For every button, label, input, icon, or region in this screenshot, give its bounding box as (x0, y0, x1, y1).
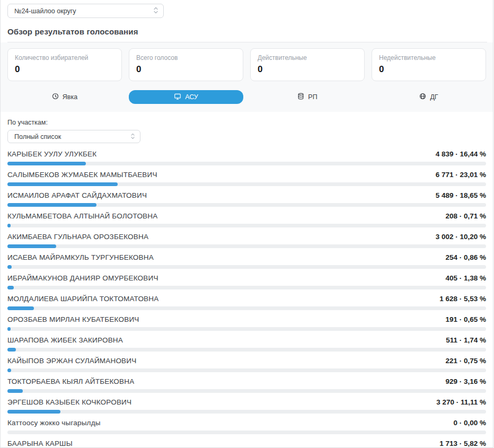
candidate-votes-percent: 1 628 · 5,53 % (439, 295, 486, 303)
precinct-select[interactable]: Полный список (7, 130, 140, 143)
tab-asu[interactable]: АСУ (129, 90, 243, 104)
precinct-filter: По участкам: Полный список (1, 112, 493, 143)
select-chevrons-icon (131, 132, 135, 142)
stat-value: 0 (15, 64, 114, 75)
candidate-row-line: КАРЫБЕК УУЛУ УЛУКБЕК 4 839 · 16,44 % (7, 150, 486, 159)
result-bar-track (7, 431, 486, 434)
result-bar-track (7, 162, 486, 165)
result-bar-fill (7, 203, 96, 207)
candidate-votes-percent: 254 · 0,86 % (445, 253, 486, 261)
result-bar-fill (7, 306, 34, 310)
candidate-row: ТОКТОРБАЕВА КЫЯЛ АЙТБЕКОВНА 929 · 3,16 % (7, 372, 486, 393)
candidate-row: ИСМАИЛОВ АРАФАТ САЙДАХМАТОВИЧ 5 489 · 18… (7, 186, 486, 207)
result-bar-fill (7, 162, 86, 165)
district-select-wrap: №24-шайлоо округу (1, 0, 493, 18)
candidate-row-line: Каттоосу жокко чыгарылды 0 · 0,00 % (7, 419, 486, 427)
candidate-votes-percent: 0 · 0,00 % (453, 419, 486, 427)
candidate-row: Каттоосу жокко чыгарылды 0 · 0,00 % (7, 414, 486, 434)
tab-label: РП (308, 93, 317, 101)
candidate-name: ТОКТОРБАЕВА КЫЯЛ АЙТБЕКОВНА (7, 377, 134, 385)
candidate-name: ИБРАЙМАКУНОВ ДАНИЯР ОМУРБЕКОВИЧ (7, 274, 158, 282)
result-bar-fill (7, 224, 11, 227)
stat-label: Действительные (258, 54, 357, 62)
candidate-votes-percent: 929 · 3,16 % (445, 377, 486, 385)
candidate-row: ОРОЗБАЕВ МИРЛАН КУБАТБЕКОВИЧ 191 · 0,65 … (7, 310, 486, 331)
candidate-row: САЛЫМБЕКОВ ЖУМАБЕК МАМЫТБАЕВИЧ 6 771 · 2… (7, 165, 486, 186)
candidate-votes-percent: 4 839 · 16,44 % (436, 150, 486, 158)
globe-icon (419, 93, 426, 101)
stat-value: 0 (379, 64, 479, 75)
stats-band: Количество избирателей 0 Всего голосов 0… (1, 42, 493, 112)
result-bar-track (7, 410, 486, 414)
candidate-votes-percent: 221 · 0,75 % (445, 357, 486, 365)
stat-label: Всего голосов (136, 54, 236, 62)
candidate-row-line: АКИМБАЕВА ГУЛЬНАРА ОРОЗБЕКОВНА 3 002 · 1… (7, 233, 486, 241)
candidate-name: ЭРГЕШОВ КАЗЫБЕК КОЧКОРОВИЧ (7, 398, 131, 406)
tab-label: Явка (63, 93, 77, 101)
candidate-row: БААРЫНА КАРШЫ 1 713 · 5,82 % (7, 434, 486, 448)
result-bar-track (7, 348, 486, 352)
candidate-row-line: КАЙЫПОВ ЭРЖАН СУЛАЙМАНОВИЧ 221 · 0,75 % (7, 357, 486, 365)
result-bar-fill (7, 182, 118, 186)
precinct-select-value: Полный список (14, 133, 61, 140)
candidate-row-line: КУЛЬМАМБЕТОВА АЛТЫНАЙ БОЛОТОВНА 208 · 0,… (7, 212, 486, 221)
result-bar-fill (7, 244, 56, 248)
candidate-name: ОРОЗБАЕВ МИРЛАН КУБАТБЕКОВИЧ (7, 315, 139, 323)
candidate-row-line: ЭРГЕШОВ КАЗЫБЕК КОЧКОРОВИЧ 3 270 · 11,11… (7, 398, 486, 407)
candidate-name: КАЙЫПОВ ЭРЖАН СУЛАЙМАНОВИЧ (7, 357, 136, 365)
candidate-name: Каттоосу жокко чыгарылды (7, 419, 101, 427)
candidate-row: ШАРАПОВА ЖИБЕК ЗАКИРОВНА 511 · 1,74 % (7, 331, 486, 352)
candidate-row-line: ИСАЕВА МАЙРАМКУЛЬ ТУРГУНБЕКОВНА 254 · 0,… (7, 253, 486, 262)
candidate-votes-percent: 3 002 · 10,20 % (436, 233, 486, 241)
candidate-row: КУЛЬМАМБЕТОВА АЛТЫНАЙ БОЛОТОВНА 208 · 0,… (7, 207, 486, 227)
candidate-name: МОЛДАЛИЕВА ШАРИЙПА ТОКТОМАТОВНА (7, 295, 158, 303)
result-bar-track (7, 368, 486, 372)
candidate-name: КАРЫБЕК УУЛУ УЛУКБЕК (7, 150, 96, 158)
candidate-row: ИСАЕВА МАЙРАМКУЛЬ ТУРГУНБЕКОВНА 254 · 0,… (7, 248, 486, 269)
result-bar-fill (7, 327, 11, 331)
tab-yavka[interactable]: Явка (7, 90, 122, 104)
district-select[interactable]: №24-шайлоо округу (7, 4, 164, 18)
candidate-name: БААРЫНА КАРШЫ (7, 440, 73, 447)
stat-card-invalid: Недействительные 0 (372, 48, 486, 81)
stat-value: 0 (258, 64, 357, 75)
candidate-row-line: ИБРАЙМАКУНОВ ДАНИЯР ОМУРБЕКОВИЧ 405 · 1,… (7, 274, 486, 283)
candidate-row: КАЙЫПОВ ЭРЖАН СУЛАЙМАНОВИЧ 221 · 0,75 % (7, 352, 486, 372)
election-dashboard: №24-шайлоо округу Обзор результатов голо… (0, 0, 493, 448)
result-bar-track (7, 182, 486, 186)
result-bar-track (7, 265, 486, 269)
candidate-row-line: ШАРАПОВА ЖИБЕК ЗАКИРОВНА 511 · 1,74 % (7, 336, 486, 345)
stat-label: Недействительные (379, 54, 479, 62)
monitor-icon (174, 93, 181, 102)
stat-card-total-votes: Всего голосов 0 (129, 48, 243, 81)
candidate-row: КАРЫБЕК УУЛУ УЛУКБЕК 4 839 · 16,44 % (7, 145, 486, 165)
database-icon (297, 93, 304, 101)
candidate-votes-percent: 405 · 1,38 % (445, 274, 486, 282)
candidate-votes-percent: 5 489 · 18,65 % (436, 191, 486, 199)
result-bar-track (7, 224, 486, 227)
tab-label: ДГ (430, 93, 438, 101)
candidate-row-line: ОРОЗБАЕВ МИРЛАН КУБАТБЕКОВИЧ 191 · 0,65 … (7, 315, 486, 324)
stat-value: 0 (136, 64, 236, 75)
result-bar-track (7, 203, 486, 207)
result-bar-fill (7, 348, 16, 352)
page-title: Обзор результатов голосования (7, 27, 487, 42)
result-bar-fill (7, 368, 11, 372)
result-bar-track (7, 327, 486, 331)
candidate-row-line: САЛЫМБЕКОВ ЖУМАБЕК МАМЫТБАЕВИЧ 6 771 · 2… (7, 171, 486, 179)
candidate-row: ИБРАЙМАКУНОВ ДАНИЯР ОМУРБЕКОВИЧ 405 · 1,… (7, 269, 486, 289)
candidate-name: КУЛЬМАМБЕТОВА АЛТЫНАЙ БОЛОТОВНА (7, 212, 157, 220)
stat-card-valid: Действительные 0 (250, 48, 365, 81)
candidate-row-line: МОЛДАЛИЕВА ШАРИЙПА ТОКТОМАТОВНА 1 628 · … (7, 295, 486, 303)
candidate-name: АКИМБАЕВА ГУЛЬНАРА ОРОЗБЕКОВНА (7, 233, 148, 241)
result-bar-fill (7, 286, 14, 289)
stat-cards: Количество избирателей 0 Всего голосов 0… (7, 48, 486, 81)
result-bar-fill (7, 265, 12, 269)
tab-rp[interactable]: РП (250, 90, 365, 104)
candidate-votes-percent: 511 · 1,74 % (446, 336, 486, 344)
result-bar-track (7, 286, 486, 289)
tab-dg[interactable]: ДГ (372, 90, 486, 104)
district-select-value: №24-шайлоо округу (14, 7, 76, 15)
candidate-votes-percent: 6 771 · 23,01 % (436, 171, 486, 179)
select-chevrons-icon (154, 6, 158, 16)
